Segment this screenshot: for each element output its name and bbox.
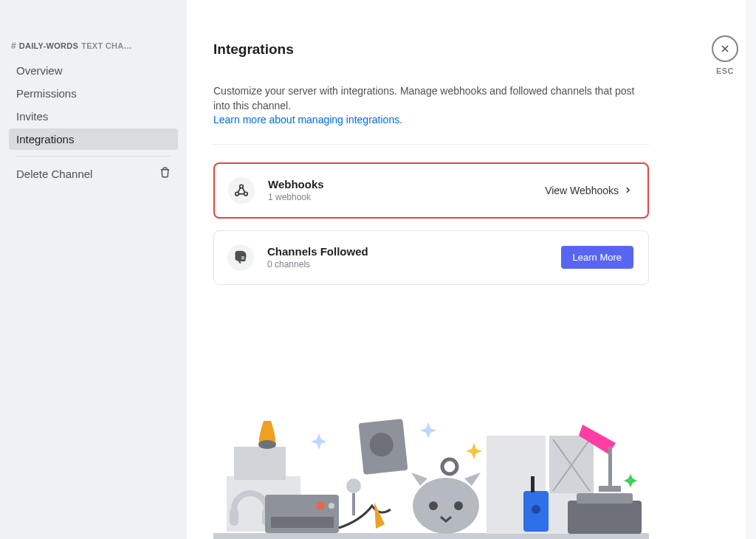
view-webhooks-label: View Webhooks [545, 185, 619, 196]
svg-point-1 [236, 192, 239, 196]
svg-rect-28 [487, 436, 546, 495]
svg-rect-32 [608, 447, 612, 487]
page-title: Integrations [213, 41, 649, 58]
svg-point-0 [240, 185, 244, 188]
scrollbar[interactable] [746, 0, 756, 539]
sidebar-item-invites[interactable]: Invites [9, 106, 178, 127]
decorative-illustration [213, 406, 649, 539]
divider [213, 144, 649, 145]
svg-rect-8 [213, 533, 649, 539]
sidebar-item-integrations[interactable]: Integrations [9, 128, 178, 150]
sidebar-item-permissions[interactable]: Permissions [9, 83, 178, 104]
channel-type: TEXT CHA… [81, 41, 132, 50]
main-content: Integrations Customize your server with … [187, 0, 756, 539]
channels-followed-title: Channels Followed [267, 245, 561, 258]
announcement-icon [227, 244, 254, 271]
sidebar-item-overview[interactable]: Overview [9, 60, 178, 81]
webhooks-title: Webhooks [268, 178, 545, 190]
svg-point-25 [442, 459, 457, 474]
close-panel: ESC [712, 35, 738, 75]
svg-rect-35 [568, 501, 642, 534]
svg-rect-12 [230, 508, 238, 526]
svg-rect-4 [241, 256, 244, 257]
channels-followed-subtitle: 0 channels [267, 259, 561, 270]
close-icon [719, 43, 731, 55]
view-webhooks-link[interactable]: View Webhooks [545, 185, 633, 196]
sidebar-item-label: Invites [16, 110, 48, 123]
svg-point-39 [532, 505, 540, 514]
svg-point-24 [454, 501, 463, 510]
svg-rect-19 [352, 493, 355, 515]
sidebar-item-delete-channel[interactable]: Delete Channel [9, 162, 178, 185]
divider [16, 156, 171, 157]
channel-name: DAILY-WORDS [19, 41, 79, 50]
trash-icon [159, 167, 171, 180]
svg-point-23 [429, 501, 438, 510]
sidebar-channel-header: # DAILY-WORDS TEXT CHA… [9, 41, 178, 51]
webhook-icon [228, 177, 255, 204]
svg-point-2 [244, 192, 248, 196]
sidebar-item-label: Overview [16, 64, 63, 77]
channels-followed-info: Channels Followed 0 channels [267, 245, 561, 270]
svg-rect-38 [531, 476, 535, 492]
close-button[interactable] [712, 35, 738, 62]
channels-followed-card[interactable]: Channels Followed 0 channels Learn More [213, 230, 649, 285]
svg-point-18 [346, 478, 361, 493]
webhooks-subtitle: 1 webhook [268, 192, 545, 202]
svg-rect-15 [271, 517, 334, 528]
svg-rect-5 [241, 258, 244, 259]
chevron-right-icon [623, 185, 633, 195]
svg-point-22 [413, 478, 479, 534]
sidebar-item-label: Integrations [16, 133, 74, 145]
learn-more-button[interactable]: Learn More [561, 246, 633, 269]
description-text: Customize your server with integrations.… [213, 85, 634, 111]
webhooks-info: Webhooks 1 webhook [268, 178, 545, 202]
svg-rect-3 [240, 255, 246, 261]
learn-more-link[interactable]: Learn more about managing integrations. [213, 114, 402, 126]
svg-point-11 [258, 440, 276, 449]
hash-icon: # [11, 41, 16, 51]
close-label: ESC [716, 66, 734, 75]
svg-point-17 [329, 503, 334, 509]
sidebar-item-label: Delete Channel [16, 168, 92, 180]
svg-rect-33 [599, 486, 621, 492]
svg-point-16 [316, 501, 325, 510]
svg-rect-36 [577, 493, 633, 504]
webhooks-card[interactable]: Webhooks 1 webhook View Webhooks [213, 162, 649, 219]
sidebar-item-label: Permissions [16, 87, 77, 100]
page-description: Customize your server with integrations.… [213, 84, 649, 128]
sidebar: # DAILY-WORDS TEXT CHA… Overview Permiss… [0, 0, 187, 539]
svg-rect-10 [234, 447, 286, 480]
